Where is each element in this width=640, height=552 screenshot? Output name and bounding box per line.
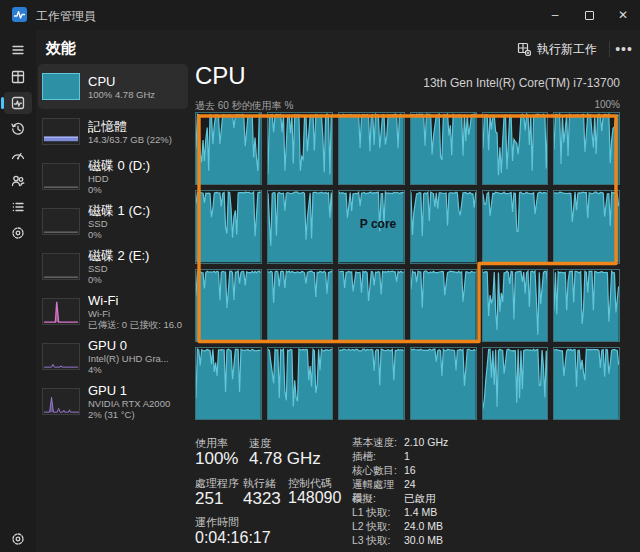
disk2-subtext: SSD xyxy=(88,263,184,274)
gpu0-thumbnail xyxy=(42,343,80,370)
maximize-icon xyxy=(585,11,594,20)
speed-value: 4.78 GHz xyxy=(249,449,321,469)
disk2-thumbnail xyxy=(42,253,80,280)
details-icon[interactable] xyxy=(4,196,32,218)
new-task-icon xyxy=(517,42,531,56)
uptime-label: 運作時間 xyxy=(195,515,239,530)
cpu-thumbnail xyxy=(42,73,80,100)
settings-gear-icon[interactable] xyxy=(4,528,32,550)
run-new-task-button[interactable]: 執行新工作 xyxy=(508,37,606,61)
graph-axis-label: 過去 60 秒的使用率 % xyxy=(195,99,293,113)
disk0-title: 磁碟 0 (D:) xyxy=(88,158,184,173)
maximize-button[interactable] xyxy=(572,0,606,30)
core-graph-7 xyxy=(267,190,334,263)
processes-value: 251 xyxy=(195,489,223,509)
cpu-title: CPU xyxy=(88,74,184,89)
wifi-title: Wi-Fi xyxy=(88,293,184,308)
title-bar[interactable]: 工作管理員 – ✕ xyxy=(0,0,640,30)
sidebar-item-cpu[interactable]: CPU 100% 4.78 GHz xyxy=(38,64,188,109)
core-graph-8 xyxy=(338,190,405,263)
disk1-subtext: SSD xyxy=(88,218,184,229)
window-title: 工作管理員 xyxy=(36,8,96,25)
cpu-panel-title: CPU xyxy=(195,62,246,90)
more-options-button[interactable]: ••• xyxy=(612,37,636,61)
core-graph-21 xyxy=(410,347,477,420)
core-graph-2 xyxy=(338,112,405,185)
gpu1-subtext: 2% (31 °C) xyxy=(88,409,184,420)
disk0-subtext: 0% xyxy=(88,184,184,195)
disk2-subtext: 0% xyxy=(88,274,184,285)
task-manager-window: 工作管理員 – ✕ 效能 xyxy=(0,0,640,552)
core-graph-18 xyxy=(195,347,262,420)
app-history-icon[interactable] xyxy=(4,118,32,140)
uptime-value: 0:04:16:17 xyxy=(195,529,271,547)
cpu-model-name: 13th Gen Intel(R) Core(TM) i7-13700 xyxy=(423,76,620,90)
menu-icon[interactable] xyxy=(4,39,32,61)
header-divider xyxy=(609,41,610,57)
gpu0-title: GPU 0 xyxy=(88,338,184,353)
core-graph-13 xyxy=(267,269,334,342)
memory-thumbnail xyxy=(42,118,80,145)
close-button[interactable]: ✕ xyxy=(606,0,640,30)
users-icon[interactable] xyxy=(4,170,32,192)
detail-row: 邏輯處理器: 24 xyxy=(352,478,602,492)
graph-max-label: 100% xyxy=(594,99,620,110)
sidebar-item-wifi[interactable]: Wi-Fi Wi-Fi已傳送: 0 已接收: 16.0 Kbps xyxy=(38,289,188,334)
core-graph-17 xyxy=(553,269,620,342)
wifi-subtext: Wi-Fi xyxy=(88,308,184,319)
core-graph-3 xyxy=(410,112,477,185)
core-graph-16 xyxy=(482,269,549,342)
core-graph-14 xyxy=(338,269,405,342)
wifi-subtext: 已傳送: 0 已接收: 16.0 Kbps xyxy=(88,319,184,330)
detail-row: L1 快取: 1.4 MB xyxy=(352,506,602,520)
sidebar-item-memory[interactable]: 記憶體 14.3/63.7 GB (22%) xyxy=(38,109,188,154)
disk0-thumbnail xyxy=(42,163,80,190)
core-graph-19 xyxy=(267,347,334,420)
disk0-subtext: HDD xyxy=(88,173,184,184)
core-graph-23 xyxy=(553,347,620,420)
processes-icon[interactable] xyxy=(4,66,32,88)
sidebar-item-gpu0[interactable]: GPU 0 Intel(R) UHD Gra...4% xyxy=(38,334,188,379)
gpu1-thumbnail xyxy=(42,388,80,415)
disk2-title: 磁碟 2 (E:) xyxy=(88,248,184,263)
core-graph-1 xyxy=(267,112,334,185)
detail-row: 基本速度: 2.10 GHz xyxy=(352,436,602,450)
disk1-subtext: 0% xyxy=(88,229,184,240)
cpu-details-table: 基本速度: 2.10 GHz 插槽: 1 核心數目: 16 邏輯處理器: 24 … xyxy=(352,436,602,548)
gpu1-title: GPU 1 xyxy=(88,383,184,398)
core-graph-0 xyxy=(195,112,262,185)
sidebar-item-gpu1[interactable]: GPU 1 NVIDIA RTX A20002% (31 °C) xyxy=(38,379,188,424)
sidebar-item-disk1[interactable]: 磁碟 1 (C:) SSD0% xyxy=(38,199,188,244)
disk1-thumbnail xyxy=(42,208,80,235)
nav-rail xyxy=(0,30,36,552)
performance-sidebar: CPU 100% 4.78 GHz 記憶體 14.3/63.7 GB (22%)… xyxy=(38,64,188,424)
startup-apps-icon[interactable] xyxy=(4,144,32,166)
core-graph-12 xyxy=(195,269,262,342)
detail-row: 核心數目: 16 xyxy=(352,464,602,478)
minimize-button[interactable]: – xyxy=(538,0,572,30)
run-new-task-label: 執行新工作 xyxy=(537,41,597,58)
sidebar-item-disk2[interactable]: 磁碟 2 (E:) SSD0% xyxy=(38,244,188,289)
performance-icon[interactable] xyxy=(4,92,32,114)
core-graph-6 xyxy=(195,190,262,263)
detail-row: 插槽: 1 xyxy=(352,450,602,464)
per-core-usage-graphs[interactable] xyxy=(195,112,620,420)
task-manager-app-icon xyxy=(12,7,27,22)
usage-value: 100% xyxy=(195,449,238,469)
core-graph-4 xyxy=(482,112,549,185)
core-graph-9 xyxy=(410,190,477,263)
sidebar-item-disk0[interactable]: 磁碟 0 (D:) HDD0% xyxy=(38,154,188,199)
handles-value: 148090 xyxy=(288,489,341,507)
gpu1-subtext: NVIDIA RTX A2000 xyxy=(88,398,184,409)
memory-subtext: 14.3/63.7 GB (22%) xyxy=(88,134,184,145)
cpu-subtext: 100% 4.78 GHz xyxy=(88,89,184,100)
core-graph-5 xyxy=(553,112,620,185)
wifi-thumbnail xyxy=(42,298,80,325)
core-graph-11 xyxy=(553,190,620,263)
disk1-title: 磁碟 1 (C:) xyxy=(88,203,184,218)
services-icon[interactable] xyxy=(4,222,32,244)
detail-row: L3 快取: 30.0 MB xyxy=(352,534,602,548)
core-graph-20 xyxy=(338,347,405,420)
memory-title: 記憶體 xyxy=(88,119,184,134)
detail-row: 模擬: 已啟用 xyxy=(352,492,602,506)
